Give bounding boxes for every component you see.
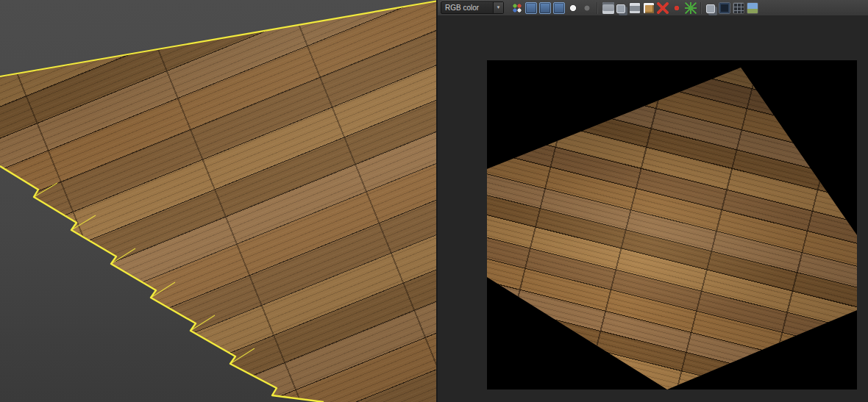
rendered-floor-image [487,60,857,390]
clone-window-icon[interactable] [616,4,625,13]
monitor-icon[interactable] [719,2,730,14]
print-image-icon[interactable] [629,2,641,14]
blue-channel-icon[interactable] [553,2,565,14]
render-canvas [487,60,857,390]
color-swatch-icon[interactable] [671,2,683,14]
compare-windows-icon[interactable] [706,4,715,13]
channel-display-dropdown[interactable]: RGB color ▼ [441,1,504,14]
3d-application-window: RGB color ▼ [0,0,868,402]
wood-floor-object[interactable] [0,0,436,402]
alpha-channel-icon[interactable] [581,2,593,14]
clear-image-icon[interactable] [657,2,669,14]
toolbar-icons [510,2,759,14]
separator [700,2,702,14]
channels-clover-icon[interactable] [511,2,523,14]
rendered-frame-window: RGB color ▼ [436,0,868,402]
red-channel-icon[interactable] [525,2,537,14]
green-channel-icon[interactable] [539,2,551,14]
snapshot-icon[interactable] [685,2,697,14]
perspective-viewport[interactable] [0,0,436,402]
grid-icon[interactable] [733,2,744,14]
copy-image-icon[interactable] [643,2,655,14]
monochrome-icon[interactable] [567,2,579,14]
channel-display-value: RGB color [441,4,493,12]
chevron-down-icon: ▼ [493,2,503,13]
image-preview-icon[interactable] [747,2,758,14]
separator [597,2,598,14]
render-window-toolbar: RGB color ▼ [438,0,868,16]
save-image-icon[interactable] [602,2,614,14]
